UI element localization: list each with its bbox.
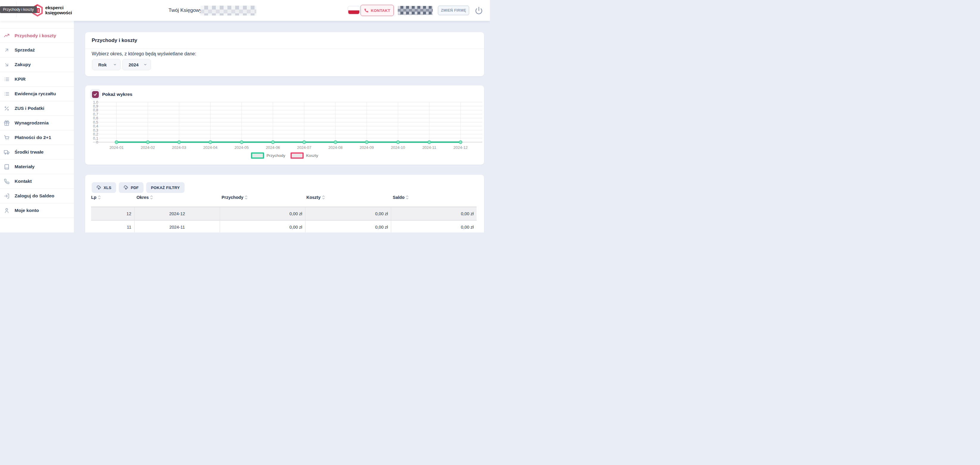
- sidebar-item-zakupy[interactable]: Zakupy: [0, 57, 74, 72]
- chevron-down-icon: [143, 63, 147, 66]
- sidebar-nav: Przychody i kosztySprzedażZakupyKPiREwid…: [0, 28, 74, 218]
- sidebar-item-label: Płatności do 2+1: [14, 135, 51, 140]
- table-body: 122024-120,00 zł0,00 zł0,00 zł112024-110…: [91, 207, 477, 232]
- table-cell: 0,00 zł: [220, 207, 305, 220]
- chart-point: [272, 141, 274, 144]
- panel-period: Przychody i koszty Wybierz okres, z któr…: [85, 32, 484, 76]
- table-row: 112024-110,00 zł0,00 zł0,00 zł: [91, 220, 477, 232]
- period-year-select[interactable]: 2024: [123, 59, 151, 70]
- svg-text:2024-07: 2024-07: [297, 145, 311, 150]
- table-cell: 0,00 zł: [220, 221, 305, 232]
- show-chart-label: Pokaż wykres: [102, 92, 132, 97]
- table-cell: 12: [91, 207, 134, 220]
- svg-text:2024-01: 2024-01: [110, 145, 124, 150]
- app-logo[interactable]: +1 eksperci księgowości: [32, 4, 72, 17]
- logout-power-icon[interactable]: [475, 6, 483, 14]
- page-title: Przychody i koszty: [85, 32, 484, 49]
- sidebar-item-label: Zakupy: [14, 62, 31, 67]
- export-pdf-button[interactable]: PDF: [119, 182, 143, 193]
- column-header-przychody[interactable]: Przychody: [221, 195, 247, 200]
- table-cell: 0,00 zł: [305, 207, 391, 220]
- legend-label: Koszty: [306, 153, 318, 158]
- column-header-label: Przychody: [221, 195, 243, 200]
- legend-item-przychody: Przychody: [251, 153, 285, 159]
- kontakt-button[interactable]: KONTAKT: [361, 5, 394, 16]
- sidebar-item-label: Sprzedaż: [14, 47, 35, 53]
- svg-text:0,5: 0,5: [93, 120, 98, 124]
- accountant-label: Twój Księgowy:: [169, 0, 203, 21]
- chart-point: [428, 141, 431, 144]
- sidebar-item-zus-i-podatki[interactable]: ZUS i Podatki: [0, 101, 74, 116]
- chart-point: [334, 141, 337, 144]
- sidebar-item-label: Moje konto: [14, 208, 39, 213]
- sidebar-item-kpir[interactable]: KPiR: [0, 72, 74, 87]
- chart-point: [209, 141, 212, 144]
- sort-icon: [98, 195, 100, 199]
- panel-chart: Pokaż wykres 1,00,90,80,70,60,50,40,30,2…: [85, 86, 484, 165]
- app-root: Przychody i koszty +1 eksperci księgowoś…: [0, 0, 490, 232]
- chart-point: [459, 141, 462, 144]
- sort-icon: [150, 195, 153, 199]
- download-cloud-icon: [97, 185, 101, 190]
- book-icon: [4, 164, 10, 170]
- table-row: 122024-120,00 zł0,00 zł0,00 zł: [91, 207, 477, 220]
- chart: 1,00,90,80,70,60,50,40,30,20,102024-0120…: [85, 99, 484, 153]
- sidebar-item-materialy[interactable]: Materiały: [0, 159, 74, 174]
- svg-text:0,8: 0,8: [93, 108, 98, 112]
- export-xls-button[interactable]: XLS: [92, 182, 116, 193]
- period-type-select[interactable]: Rok: [92, 59, 121, 70]
- trending-up-icon: [4, 33, 10, 38]
- chart-legend: PrzychodyKoszty: [85, 153, 484, 159]
- column-header-label: Saldo: [393, 195, 404, 200]
- check-icon: [93, 92, 97, 96]
- language-flag-pl[interactable]: [348, 6, 359, 14]
- phone-icon: [4, 178, 10, 184]
- sidebar-item-przychody-i-koszty[interactable]: Przychody i koszty: [0, 28, 74, 43]
- panel-table: XLS PDF POKAŻ FILTRY LpOkresPrzychodyKos…: [85, 175, 484, 232]
- arrow-up-right-icon: [4, 47, 10, 53]
- sidebar-item-label: Przychody i koszty: [14, 33, 56, 38]
- sidebar-item-ewidencja-ryczaltu[interactable]: Ewidencja ryczałtu: [0, 87, 74, 101]
- sidebar: Przychody i kosztySprzedażZakupyKPiREwid…: [0, 21, 74, 232]
- sidebar-item-label: Kontakt: [14, 178, 32, 184]
- chart-point: [396, 141, 399, 144]
- table-cell: 0,00 zł: [391, 207, 477, 220]
- column-header-saldo[interactable]: Saldo: [393, 195, 409, 200]
- column-header-label: Okres: [136, 195, 148, 200]
- svg-text:2024-09: 2024-09: [360, 145, 374, 150]
- sidebar-item-wynagrodzenia[interactable]: Wynagrodzenia: [0, 116, 74, 131]
- column-header-lp[interactable]: Lp: [91, 195, 100, 200]
- cart-icon: [4, 135, 10, 140]
- legend-label: Przychody: [266, 153, 285, 158]
- column-header-okres[interactable]: Okres: [136, 195, 153, 200]
- svg-text:0,6: 0,6: [93, 116, 98, 120]
- table-cell: 2024-11: [134, 221, 220, 232]
- svg-text:2024-06: 2024-06: [266, 145, 280, 150]
- sidebar-item-platnosci-do-2plus1[interactable]: Płatności do 2+1: [0, 131, 74, 145]
- company-name-redacted: [398, 6, 433, 15]
- accountant-name-redacted: [200, 6, 256, 16]
- sidebar-item-kontakt[interactable]: Kontakt: [0, 174, 74, 189]
- sidebar-item-moje-konto[interactable]: Moje konto: [0, 203, 74, 218]
- sidebar-item-label: Zaloguj do Saldeo: [14, 193, 54, 199]
- svg-text:2024-10: 2024-10: [391, 145, 405, 150]
- sidebar-item-label: KPiR: [14, 76, 25, 82]
- sidebar-item-label: ZUS i Podatki: [14, 106, 45, 111]
- chart-point: [303, 141, 306, 144]
- show-chart-checkbox[interactable]: [90, 89, 100, 100]
- truck-icon: [4, 150, 10, 155]
- show-filters-button[interactable]: POKAŻ FILTRY: [146, 182, 185, 193]
- sidebar-item-sprzedaz[interactable]: Sprzedaż: [0, 43, 74, 57]
- gift-icon: [4, 120, 10, 126]
- svg-text:0,7: 0,7: [93, 112, 98, 116]
- legend-swatch: [251, 153, 264, 159]
- change-company-button[interactable]: ZMIEŃ FIRMĘ: [438, 6, 469, 15]
- column-header-label: Koszty: [306, 195, 321, 200]
- column-header-koszty[interactable]: Koszty: [306, 195, 325, 200]
- sidebar-item-label: Wynagrodzenia: [14, 120, 49, 126]
- download-cloud-icon: [124, 185, 128, 190]
- svg-text:2024-08: 2024-08: [328, 145, 343, 150]
- sidebar-item-srodki-trwale[interactable]: Środki trwałe: [0, 145, 74, 159]
- log-in-icon: [4, 193, 10, 199]
- sidebar-item-zaloguj-do-saldeo[interactable]: Zaloguj do Saldeo: [0, 189, 74, 203]
